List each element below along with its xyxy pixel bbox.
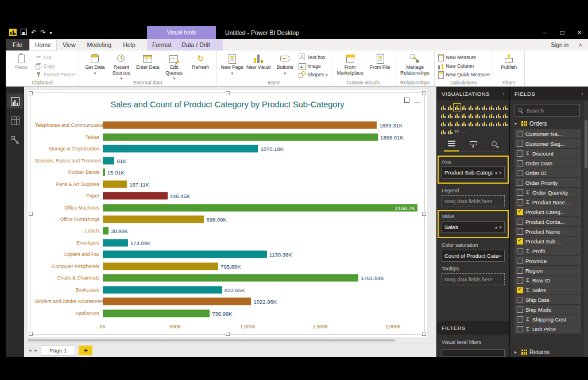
bar[interactable] [103, 262, 218, 270]
field-row-order-quantity[interactable]: Order Quantity [514, 188, 581, 197]
fields-scrollbar[interactable] [584, 100, 588, 357]
field-row-ship-date[interactable]: Ship Date [514, 295, 581, 304]
field-checkbox[interactable] [517, 131, 523, 137]
remove-field-icon[interactable] [499, 224, 502, 230]
field-row-ship-mode[interactable]: Ship Mode [514, 305, 581, 314]
resize-handle[interactable] [422, 332, 426, 336]
viz-type-icon-custom-visual[interactable] [447, 129, 453, 134]
chart-bar-row[interactable]: Tables1896.01K [35, 131, 417, 142]
chart-bar-row[interactable]: Copiers and Fax1130.36K [35, 249, 417, 260]
scrollbar-thumb[interactable] [28, 339, 395, 342]
viz-type-icon-arcgis-map[interactable] [502, 121, 508, 126]
quick-access-caret-icon[interactable] [49, 26, 52, 40]
viz-type-icon-clustered-column-chart[interactable] [461, 104, 467, 110]
chart-bar-row[interactable]: Appliances736.99K [35, 308, 417, 319]
shapes-button[interactable]: Shapes [299, 71, 327, 79]
axis-field-chip[interactable]: Product Sub-Category [442, 166, 505, 179]
scrollbar-thumb[interactable] [585, 120, 587, 168]
get-data-button[interactable]: Get Data [82, 52, 107, 76]
collapse-pane-icon[interactable] [581, 91, 583, 97]
model-view-button[interactable] [7, 133, 23, 148]
tab-data-drill[interactable]: Data / Drill [176, 39, 215, 51]
copy-button[interactable]: Copy [35, 62, 76, 70]
viz-type-icon-line-and-clustered-column-chart[interactable] [440, 113, 446, 118]
viz-type-icon-r-script-visual[interactable]: R [454, 129, 460, 134]
resize-handle[interactable] [29, 91, 33, 95]
previous-page-icon[interactable] [29, 347, 32, 353]
field-row-order-id[interactable]: Order ID [514, 168, 581, 177]
viz-type-icon-100-stacked-bar-chart[interactable] [468, 104, 474, 110]
viz-type-icon-gauge[interactable] [447, 121, 453, 126]
bar[interactable] [103, 157, 114, 164]
format-painter-button[interactable]: Format Painter [35, 71, 76, 79]
contextual-tab-header[interactable]: Visual tools [147, 26, 216, 39]
tab-analytics-pane[interactable] [488, 137, 502, 151]
report-page[interactable]: Sales and Count of Product Category by P… [28, 90, 427, 337]
viz-type-icon-python-visual[interactable] [440, 129, 446, 134]
chart-bar-row[interactable]: Pens & Art Supplies167.11K [35, 178, 417, 189]
tab-file[interactable]: File [6, 39, 29, 51]
field-checkbox[interactable] [517, 258, 523, 264]
from-file-button[interactable]: From File [368, 52, 393, 71]
resize-handle[interactable] [226, 91, 230, 95]
chart-bar-row[interactable]: Scissors, Rulers and Trimmers81K [35, 154, 417, 166]
field-row-shipping-cost[interactable]: Shipping Cost [514, 315, 581, 324]
search-input[interactable] [525, 107, 577, 114]
chart-bar-row[interactable]: Envelopes174.09K [35, 237, 417, 249]
tab-help[interactable]: Help [117, 39, 141, 51]
viz-type-icon-100-stacked-column-chart[interactable] [475, 104, 481, 110]
field-checkbox[interactable] [517, 170, 523, 176]
viz-type-icon-multi-row-card[interactable] [461, 121, 467, 126]
field-row-sales[interactable]: Sales [514, 285, 581, 294]
refresh-button[interactable]: Refresh [188, 52, 213, 71]
chevron-collapsed-icon[interactable] [514, 350, 519, 355]
field-checkbox[interactable] [517, 150, 523, 157]
tab-fields-pane[interactable] [444, 137, 459, 152]
bar[interactable] [103, 180, 127, 188]
bar[interactable] [103, 192, 168, 200]
collapse-pane-icon[interactable] [502, 91, 505, 97]
viz-type-icon-filled-map[interactable] [496, 113, 501, 118]
remove-field-icon[interactable] [499, 170, 502, 176]
chart-bar-row[interactable]: Labels38.98K [35, 225, 417, 236]
new-quick-measure-button[interactable]: New Quick Measure [438, 71, 490, 79]
next-page-icon[interactable] [35, 347, 38, 353]
maximize-button[interactable]: □ [554, 26, 571, 39]
viz-type-icon-card[interactable] [454, 121, 460, 126]
viz-type-icon-shape-map[interactable] [502, 113, 508, 118]
bar[interactable] [103, 274, 358, 282]
field-row-product-categ[interactable]: Product Categ... [514, 207, 581, 216]
viz-type-icon-ribbon-chart[interactable] [447, 113, 453, 118]
add-page-button[interactable]: + [79, 346, 92, 355]
bar[interactable] [103, 204, 417, 211]
chart-bar-row[interactable]: Storage & Organization1070.18K [35, 143, 417, 154]
resize-handle[interactable] [29, 212, 33, 216]
remove-field-icon[interactable] [499, 253, 502, 259]
viz-type-icon-stacked-bar-chart[interactable] [440, 104, 446, 110]
field-checkbox[interactable] [517, 267, 523, 274]
minimize-button[interactable]: – [536, 26, 554, 39]
page-tab[interactable]: Page 1 [41, 345, 75, 356]
field-row-order-priority[interactable]: Order Priority [514, 178, 581, 187]
bar[interactable] [103, 227, 109, 235]
chevron-down-icon[interactable] [495, 169, 497, 176]
chart-bar-row[interactable]: Chairs & Chairmats1761.84K [35, 272, 417, 284]
buttons-button[interactable]: Buttons [272, 52, 297, 76]
field-checkbox[interactable] [517, 307, 523, 313]
field-row-region[interactable]: Region [514, 266, 581, 275]
bar[interactable] [103, 169, 105, 176]
table-returns[interactable]: Returns [510, 347, 588, 357]
cut-button[interactable]: Cut [35, 53, 76, 61]
viz-type-icon-area-chart[interactable] [489, 104, 494, 110]
new-column-button[interactable]: New Column [438, 62, 490, 70]
paste-button[interactable]: Paste [9, 52, 34, 71]
horizontal-scrollbar[interactable] [28, 338, 427, 343]
resize-handle[interactable] [29, 332, 33, 336]
field-checkbox[interactable] [517, 160, 523, 166]
filter-chip-partial[interactable] [442, 349, 505, 357]
field-row-unit-price[interactable]: Unit Price [514, 324, 581, 334]
field-checkbox[interactable] [517, 189, 523, 196]
publish-button[interactable]: Publish [496, 52, 521, 71]
resize-handle[interactable] [226, 332, 230, 336]
field-checkbox[interactable] [517, 297, 523, 303]
